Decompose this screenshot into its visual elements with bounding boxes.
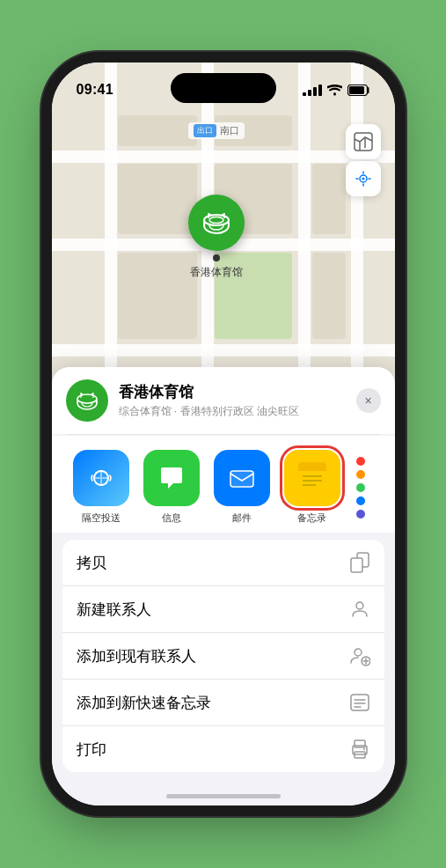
share-item-messages[interactable]: 信息 [136,450,207,526]
svg-point-37 [355,649,362,656]
action-text-add-contact: 添加到现有联系人 [77,646,196,666]
action-item-quick-note[interactable]: 添加到新快速备忘录 [62,680,384,726]
svg-point-36 [356,602,363,609]
airdrop-icon [73,450,129,506]
venue-info: 香港体育馆 综合体育馆 · 香港特别行政区 油尖旺区 [119,382,346,419]
share-label-mail: 邮件 [232,511,252,525]
svg-rect-45 [355,740,365,747]
home-indicator [166,794,281,798]
wifi-icon [327,85,342,96]
entrance-badge: 出口 [194,124,216,137]
battery-icon [347,85,370,96]
action-list: 拷贝 新建联系人 添加到现有联系人 [62,540,384,772]
quick-note-icon [349,692,370,713]
venue-icon [66,379,108,422]
notes-icon [284,450,340,506]
svg-rect-2 [349,86,364,94]
svg-rect-3 [355,133,372,151]
close-button[interactable]: × [356,388,381,413]
svg-point-5 [362,178,364,180]
svg-rect-41 [351,695,369,710]
action-item-add-contact[interactable]: 添加到现有联系人 [62,633,384,680]
mail-icon [214,450,270,506]
action-text-quick-note: 添加到新快速备忘录 [77,693,211,713]
action-text-copy: 拷贝 [77,553,106,573]
pin-label: 香港体育馆 [190,265,243,280]
pin-dot [213,254,220,261]
venue-card: 香港体育馆 综合体育馆 · 香港特别行政区 油尖旺区 × [52,367,395,434]
svg-rect-35 [351,558,362,572]
venue-desc: 综合体育馆 · 香港特别行政区 油尖旺区 [119,404,346,419]
messages-icon [143,450,200,506]
action-text-print: 打印 [77,739,106,760]
share-item-airdrop[interactable]: 隔空投送 [66,450,136,526]
pin-icon [188,195,245,251]
copy-icon [349,552,370,573]
share-item-more[interactable] [347,450,374,526]
divider [66,434,381,435]
svg-point-0 [333,92,336,95]
share-label-notes: 备忘录 [297,511,326,525]
share-label-airdrop: 隔空投送 [82,511,121,525]
phone-frame: 09:41 [52,63,395,805]
share-item-notes[interactable]: 备忘录 [277,450,347,526]
status-icons [303,85,370,96]
dynamic-island [171,73,276,103]
more-dots [356,450,365,526]
entrance-text: 南口 [220,124,239,137]
action-item-new-contact[interactable]: 新建联系人 [62,586,384,633]
svg-rect-26 [230,471,253,487]
bottom-sheet: 香港体育馆 综合体育馆 · 香港特别行政区 油尖旺区 × [52,367,395,805]
signal-bars [303,85,322,96]
share-item-mail[interactable]: 邮件 [207,450,277,526]
add-contact-icon [349,645,370,666]
new-contact-icon [349,599,370,620]
map-entrance-label: 出口 南口 [188,122,245,139]
location-button[interactable] [346,161,381,196]
share-row: 隔空投送 信息 邮件 [52,436,395,533]
action-text-new-contact: 新建联系人 [77,600,151,620]
share-label-messages: 信息 [162,511,181,525]
venue-name: 香港体育馆 [119,382,346,402]
map-type-button[interactable] [346,124,381,159]
stadium-pin: 香港体育馆 [188,195,245,280]
svg-point-48 [363,748,365,750]
action-item-print[interactable]: 打印 [62,726,384,772]
print-icon [349,739,370,760]
status-time: 09:41 [77,82,113,98]
action-item-copy[interactable]: 拷贝 [62,540,384,586]
svg-point-20 [77,394,97,403]
map-controls [346,124,381,196]
